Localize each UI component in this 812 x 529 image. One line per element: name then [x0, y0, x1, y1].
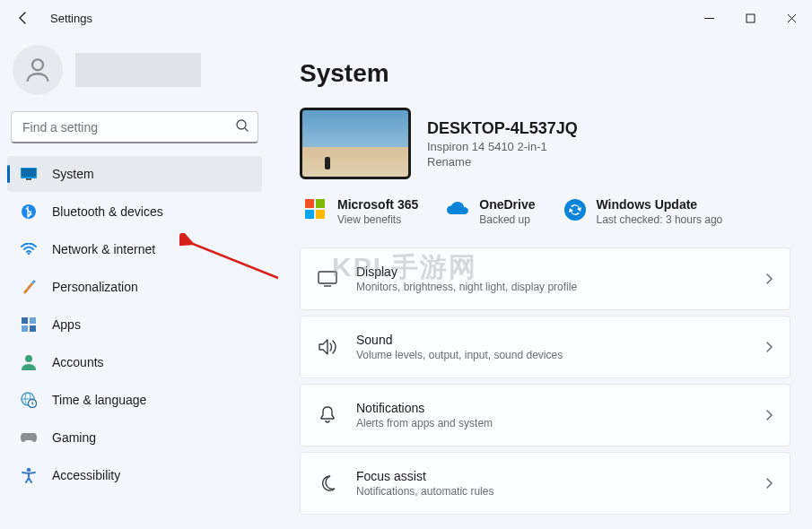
device-wallpaper-thumb	[300, 108, 411, 179]
card-sub: Monitors, brightness, night light, displ…	[356, 281, 577, 293]
service-windows-update[interactable]: Windows UpdateLast checked: 3 hours ago	[563, 197, 723, 228]
svg-rect-10	[22, 317, 28, 324]
services-row: Microsoft 365View benefits OneDriveBacke…	[300, 197, 790, 228]
window-title: Settings	[50, 12, 92, 25]
nav-label: Bluetooth & devices	[52, 204, 163, 219]
svg-point-2	[32, 59, 43, 70]
nav-label: Gaming	[52, 430, 96, 445]
nav-accounts[interactable]: Accounts	[7, 344, 262, 380]
nav-gaming[interactable]: Gaming	[7, 420, 262, 455]
apps-icon	[20, 316, 38, 334]
card-title: Focus assist	[356, 469, 493, 483]
display-icon	[317, 268, 338, 290]
nav-system[interactable]: System	[7, 156, 262, 192]
search-container	[7, 111, 262, 156]
card-notifications[interactable]: NotificationsAlerts from apps and system	[300, 384, 790, 447]
cloud-icon	[445, 197, 470, 222]
card-display[interactable]: DisplayMonitors, brightness, night light…	[300, 247, 790, 310]
service-title: Microsoft 365	[337, 197, 418, 212]
accessibility-icon	[20, 466, 38, 484]
wifi-icon	[20, 240, 38, 258]
gamepad-icon	[20, 429, 38, 447]
nav-time[interactable]: Time & language	[7, 382, 262, 418]
device-model: Inspiron 14 5410 2-in-1	[427, 140, 578, 153]
nav-bluetooth[interactable]: Bluetooth & devices	[7, 194, 262, 230]
titlebar: Settings	[0, 0, 812, 36]
minimize-button[interactable]	[688, 4, 729, 32]
chevron-right-icon	[764, 477, 773, 490]
service-sub: View benefits	[337, 212, 418, 228]
card-sound[interactable]: SoundVolume levels, output, input, sound…	[300, 316, 790, 378]
chevron-right-icon	[764, 341, 773, 353]
nav-label: Apps	[52, 317, 81, 332]
brush-icon	[20, 278, 38, 296]
username-placeholder	[75, 53, 201, 87]
svg-point-14	[25, 355, 32, 362]
service-microsoft365[interactable]: Microsoft 365View benefits	[303, 197, 418, 228]
service-sub: Backed up	[479, 212, 535, 228]
card-sub: Volume levels, output, input, sound devi…	[356, 349, 563, 361]
service-title: Windows Update	[597, 197, 723, 212]
svg-rect-13	[30, 325, 36, 332]
chevron-right-icon	[764, 409, 773, 421]
card-sub: Alerts from apps and system	[356, 417, 493, 429]
svg-rect-12	[22, 325, 28, 332]
card-title: Notifications	[356, 401, 493, 415]
nav-personalization[interactable]: Personalization	[7, 269, 262, 305]
maximize-button[interactable]	[729, 4, 771, 32]
nav-label: Network & internet	[52, 242, 155, 256]
search-icon	[235, 118, 249, 133]
nav-label: Personalization	[52, 280, 138, 294]
svg-point-19	[27, 468, 31, 473]
close-button[interactable]	[771, 4, 812, 32]
back-button[interactable]	[13, 7, 34, 29]
settings-cards: DisplayMonitors, brightness, night light…	[300, 247, 790, 515]
svg-rect-1	[747, 14, 755, 22]
chevron-right-icon	[764, 273, 773, 285]
card-title: Display	[356, 264, 577, 279]
nav-network[interactable]: Network & internet	[7, 231, 262, 267]
device-row: DESKTOP-4L537JQ Inspiron 14 5410 2-in-1 …	[300, 108, 790, 179]
window-controls	[688, 4, 812, 32]
svg-point-9	[28, 253, 31, 256]
svg-point-3	[237, 120, 246, 129]
sound-icon	[317, 336, 338, 358]
svg-rect-6	[22, 169, 36, 177]
nav-label: Accessibility	[52, 468, 120, 482]
sidebar: System Bluetooth & devices Network & int…	[0, 36, 269, 529]
main-content: System DESKTOP-4L537JQ Inspiron 14 5410 …	[269, 36, 812, 529]
rename-link[interactable]: Rename	[427, 155, 578, 169]
service-sub: Last checked: 3 hours ago	[597, 212, 723, 228]
nav-accessibility[interactable]: Accessibility	[7, 457, 262, 493]
page-title: System	[300, 59, 790, 88]
nav-apps[interactable]: Apps	[7, 307, 262, 343]
service-onedrive[interactable]: OneDriveBacked up	[445, 197, 535, 228]
svg-rect-21	[319, 272, 336, 283]
svg-line-4	[245, 128, 249, 132]
moon-icon	[317, 473, 338, 494]
microsoft-icon	[303, 197, 328, 222]
search-input[interactable]	[11, 111, 258, 143]
svg-rect-11	[30, 317, 36, 324]
nav-label: Time & language	[52, 393, 146, 407]
update-icon	[563, 197, 588, 222]
bell-icon	[317, 404, 338, 426]
person-icon	[20, 353, 38, 371]
nav-label: System	[52, 167, 94, 181]
bluetooth-icon	[20, 203, 38, 221]
svg-rect-7	[26, 178, 31, 180]
device-name: DESKTOP-4L537JQ	[427, 119, 578, 138]
service-title: OneDrive	[479, 197, 535, 212]
nav-list: System Bluetooth & devices Network & int…	[7, 156, 262, 493]
globe-clock-icon	[20, 391, 38, 409]
card-title: Sound	[356, 333, 563, 347]
profile-block[interactable]	[7, 36, 262, 111]
card-sub: Notifications, automatic rules	[356, 485, 493, 498]
avatar	[13, 45, 63, 95]
monitor-icon	[20, 165, 38, 183]
svg-point-20	[564, 199, 586, 221]
card-focus-assist[interactable]: Focus assistNotifications, automatic rul…	[300, 452, 790, 515]
nav-label: Accounts	[52, 355, 104, 369]
